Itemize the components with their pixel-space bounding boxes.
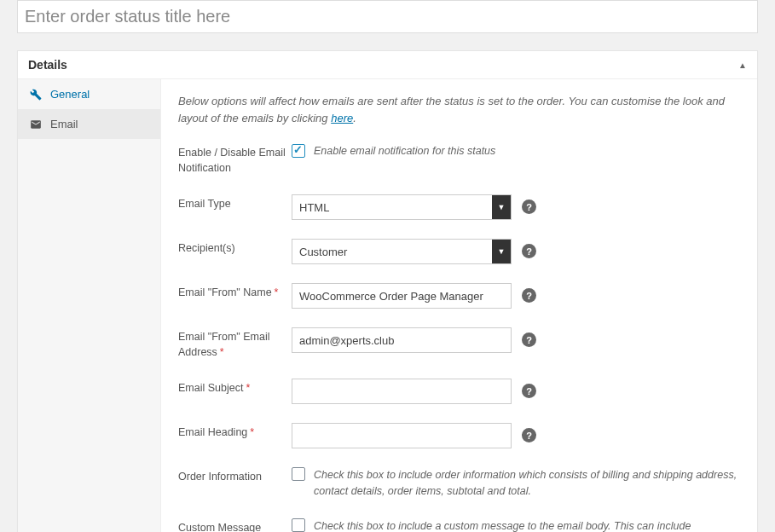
row-from-name: Email "From" Name* ? — [178, 283, 740, 309]
wrench-icon — [30, 89, 42, 101]
subject-input[interactable] — [292, 379, 512, 404]
label-recipients: Recipient(s) — [178, 239, 292, 257]
heading-input[interactable] — [292, 423, 512, 448]
intro-link[interactable]: here — [331, 112, 353, 124]
from-name-input[interactable] — [292, 283, 512, 309]
details-panel: Details ▲ General Email Below options wi… — [17, 50, 758, 532]
row-email-type: Email Type HTML ? — [178, 194, 740, 220]
details-body: General Email Below options will affect … — [18, 79, 757, 532]
label-custom-message: Custom Message — [178, 518, 292, 533]
label-subject: Email Subject* — [178, 379, 292, 396]
order-status-title-input[interactable] — [25, 3, 750, 30]
help-icon[interactable]: ? — [522, 288, 536, 303]
row-custom-message: Custom Message Check this box to include… — [178, 518, 740, 533]
sidebar-item-label: General — [50, 88, 90, 101]
label-email-type: Email Type — [178, 194, 292, 212]
from-email-input[interactable] — [292, 327, 512, 353]
intro-text: Below options will affect how emails are… — [178, 93, 740, 126]
label-heading: Email Heading* — [178, 423, 292, 441]
recipients-select[interactable]: Customer — [292, 239, 512, 264]
email-icon — [30, 119, 42, 130]
row-order-info: Order Information Check this box to incl… — [178, 467, 740, 500]
help-icon[interactable]: ? — [522, 428, 536, 442]
details-title: Details — [28, 58, 67, 72]
help-icon[interactable]: ? — [522, 200, 536, 214]
label-from-name: Email "From" Name* — [178, 283, 292, 301]
row-subject: Email Subject* ? — [178, 379, 740, 404]
sidebar: General Email — [18, 79, 161, 532]
row-enable-notification: Enable / Disable Email Notification Enab… — [178, 143, 740, 176]
help-icon[interactable]: ? — [522, 332, 536, 347]
help-icon[interactable]: ? — [522, 384, 536, 398]
sidebar-item-general[interactable]: General — [18, 79, 160, 109]
row-heading: Email Heading* ? — [178, 423, 740, 448]
order-info-checkbox[interactable] — [292, 467, 305, 481]
custom-message-label: Check this box to include a custom messa… — [314, 518, 740, 533]
label-enable: Enable / Disable Email Notification — [178, 143, 292, 176]
collapse-icon[interactable]: ▲ — [738, 61, 747, 70]
enable-notification-checkbox[interactable] — [292, 144, 305, 158]
custom-message-checkbox[interactable] — [292, 518, 305, 532]
enable-notification-label: Enable email notification for this statu… — [314, 143, 495, 159]
details-header: Details ▲ — [18, 51, 757, 79]
content-area: Below options will affect how emails are… — [161, 79, 757, 532]
sidebar-item-label: Email — [50, 118, 78, 130]
order-info-label: Check this box to include order informat… — [314, 467, 740, 500]
sidebar-item-email[interactable]: Email — [18, 109, 160, 139]
label-order-info: Order Information — [178, 467, 292, 485]
label-from-email: Email "From" Email Address* — [178, 327, 292, 360]
row-recipients: Recipient(s) Customer ? — [178, 239, 740, 264]
title-input-wrap — [17, 0, 758, 33]
row-from-email: Email "From" Email Address* ? — [178, 327, 740, 360]
email-type-select[interactable]: HTML — [292, 194, 512, 220]
help-icon[interactable]: ? — [522, 244, 536, 258]
